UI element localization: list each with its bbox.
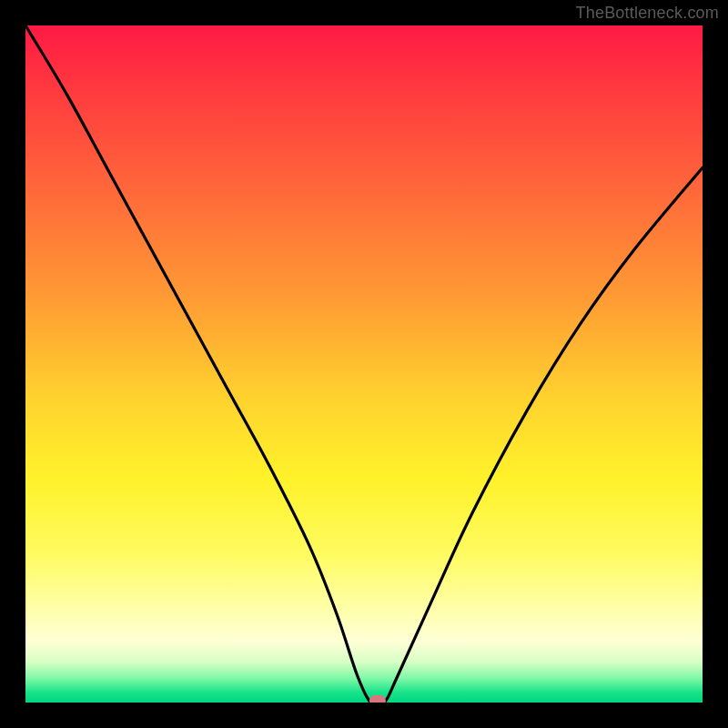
watermark-text: TheBottleneck.com bbox=[576, 4, 719, 23]
min-marker-icon bbox=[369, 695, 386, 703]
chart-frame: TheBottleneck.com bbox=[0, 0, 728, 728]
bottleneck-curve bbox=[25, 25, 703, 703]
plot-area bbox=[25, 25, 703, 703]
